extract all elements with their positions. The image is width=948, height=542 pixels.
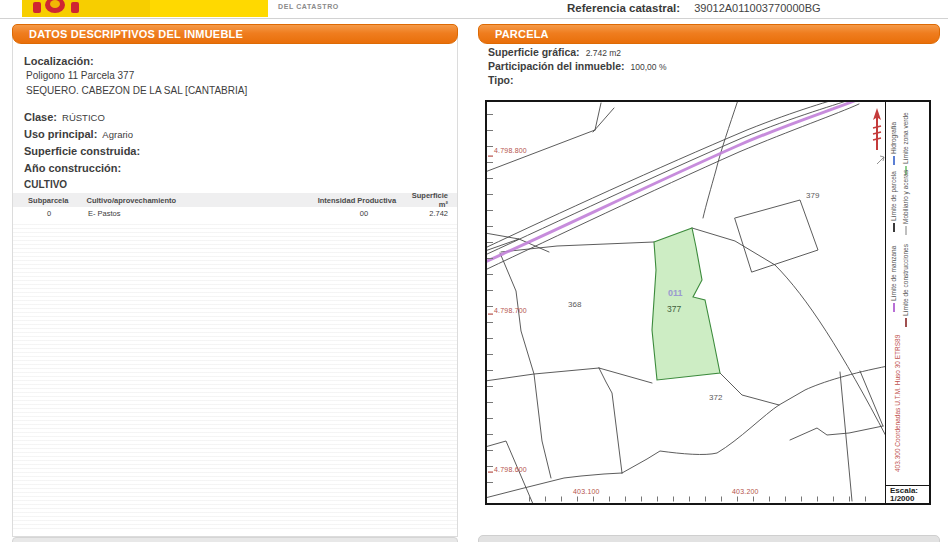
spain-government-logo — [22, 0, 268, 17]
cell-superficie: 2.742 — [420, 209, 457, 218]
legend-item: Límite de manzana — [890, 246, 898, 312]
legend-line-swatch — [893, 223, 895, 232]
uso-principal-field: Uso principal:Agrario — [24, 128, 133, 140]
legend-item: Hidrografía — [890, 122, 898, 165]
catastro-page: DEL CATASTRO Referencia catastral:39012A… — [0, 0, 948, 542]
superficie-construida-field: Superficie construida: — [24, 145, 145, 157]
col-intensidad: Intensidad Productiva — [302, 196, 412, 205]
scale-value: 1/2000 — [890, 494, 914, 503]
cadastral-reference-value: 39012A011003770000BG — [694, 2, 820, 14]
y-coordinate-label: 4.798.800 — [494, 147, 527, 154]
participacion-value: 100,00 % — [631, 62, 667, 72]
north-arrow-icon — [873, 108, 884, 164]
coordinate-tick-marks — [488, 156, 493, 473]
clase-value: RÚSTICO — [62, 112, 105, 123]
localizacion-line1: Poligono 11 Parcela 377 — [26, 70, 134, 81]
y-coordinate-label: 4.798.600 — [494, 466, 527, 473]
legend-label: Límite zona verde — [902, 112, 910, 164]
cultivo-table-header: Subparcela Cultivo/aprovechamiento Inten… — [13, 193, 457, 207]
parcel-map-drawing — [487, 102, 885, 503]
legend-label: Mobiliario y aceras — [902, 170, 910, 224]
x-coordinate-label: 403.200 — [732, 488, 759, 495]
cell-intensidad: 00 — [308, 209, 420, 218]
parcel-number-379: 379 — [806, 191, 819, 200]
cell-cultivo: E- Pastos — [85, 209, 308, 218]
legend-item: Límite de parcela — [890, 171, 898, 232]
legend-label: Límite de parcela — [890, 171, 898, 221]
highlighted-parcel-shape — [652, 228, 720, 380]
parcel-number-372: 372 — [709, 393, 722, 402]
legend-label: Límite de construcciones — [902, 244, 910, 316]
legend-line-swatch — [905, 226, 907, 235]
legend-item: Mobiliario y aceras — [902, 170, 910, 235]
legend-line-swatch — [893, 156, 895, 165]
scale-box: Escala: 1/2000 — [885, 485, 929, 503]
legend-item: Límite de construcciones — [902, 244, 910, 327]
table-row: 0 E- Pastos 00 2.742 — [13, 207, 457, 220]
legend-line-swatch — [905, 318, 907, 327]
section-banner-parcela: PARCELA — [478, 24, 940, 44]
empty-rows-stripes — [13, 221, 457, 529]
tipo-field: Tipo: — [488, 74, 519, 86]
cultivo-table: Subparcela Cultivo/aprovechamiento Inten… — [13, 193, 457, 220]
logo-caption: DEL CATASTRO — [278, 3, 339, 10]
legend-label: Hidrografía — [890, 122, 898, 154]
section-banner-datos-descriptivos: DATOS DESCRIPTIVOS DEL INMUEBLE — [12, 24, 458, 44]
col-subparcela: Subparcela — [13, 196, 84, 205]
superficie-grafica-field: Superficie gráfica:2.742 m2 — [488, 46, 621, 58]
parcel-map: Hidrografía Límite zona verde Límite de … — [485, 100, 931, 505]
x-coordinate-label: 403.100 — [573, 488, 600, 495]
left-footer-banner — [12, 537, 458, 542]
cell-subparcela: 0 — [13, 209, 85, 218]
utm-coordinates-note: 403.300 Coordenadas U.T.M. Huso 30 ETRS8… — [894, 335, 902, 472]
parcel-number-368: 368 — [568, 300, 581, 309]
clase-field: Clase:RÚSTICO — [24, 111, 105, 123]
cultivo-heading: CULTIVO — [24, 179, 67, 190]
y-coordinate-label: 4.798.700 — [494, 307, 527, 314]
legend-item: Límite zona verde — [902, 112, 910, 175]
participacion-field: Participación del inmueble:100,00 % — [488, 60, 666, 72]
highlighted-parcel-code: 011 — [668, 288, 683, 298]
col-cultivo: Cultivo/aprovechamiento — [84, 196, 303, 205]
header-divider — [0, 18, 948, 19]
coat-of-arms-icon — [22, 0, 268, 17]
anio-construccion-field: Año construcción: — [24, 162, 126, 174]
superficie-grafica-value: 2.742 m2 — [586, 48, 621, 58]
legend-line-swatch — [893, 303, 895, 312]
legend-label: Límite de manzana — [890, 246, 898, 301]
cadastral-reference: Referencia catastral:39012A011003770000B… — [567, 2, 821, 14]
localizacion-label: Localización: — [24, 55, 94, 67]
right-footer-banner — [478, 535, 940, 542]
uso-principal-value: Agrario — [102, 129, 133, 140]
col-superficie: Superficie m² — [412, 191, 457, 209]
highlighted-parcel-number: 377 — [667, 304, 681, 314]
localizacion-line2: SEQUERO. CABEZON DE LA SAL [CANTABRIA] — [26, 85, 247, 96]
cadastral-reference-label: Referencia catastral: — [567, 2, 680, 14]
